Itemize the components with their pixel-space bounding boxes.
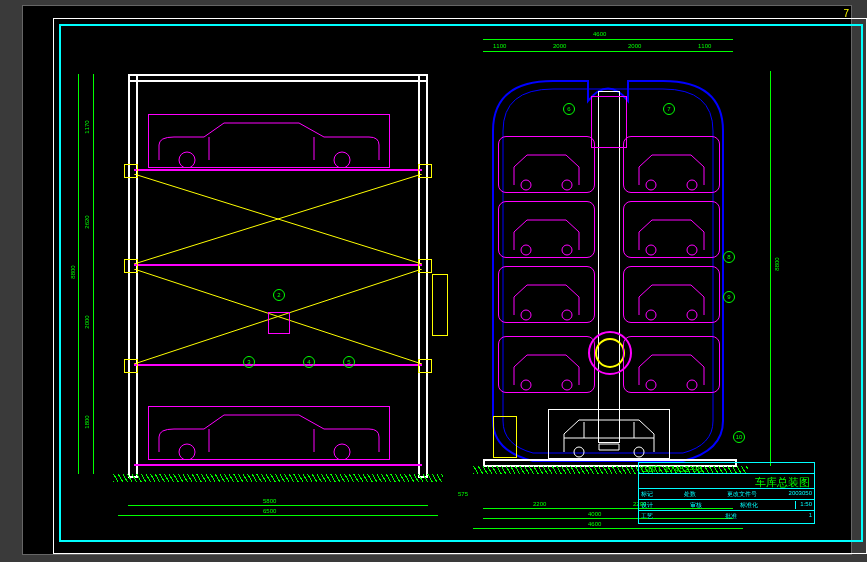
dim-t3: 2000	[628, 43, 641, 49]
dim-line-total-h	[78, 74, 79, 474]
pod-l1	[498, 336, 595, 393]
dim-h3: 2620	[84, 215, 90, 228]
center-joint	[268, 312, 290, 334]
tb-role3: 标准化	[740, 501, 758, 509]
drive-sprocket-inner	[595, 338, 625, 368]
pallet-rail-4	[134, 169, 422, 171]
dim-line-w2	[118, 515, 438, 516]
guide-roller-r4	[418, 164, 432, 178]
dim-t1: 1100	[493, 43, 506, 49]
tb-role2: 审核	[690, 501, 702, 509]
guide-roller-r3	[418, 259, 432, 273]
tb-role1: 设计	[641, 501, 653, 509]
dim-top-total: 4600	[593, 31, 606, 37]
guide-roller-r2	[418, 359, 432, 373]
pod-l2	[498, 266, 595, 323]
drive-motor	[432, 274, 448, 336]
dim-h2: 2000	[84, 315, 90, 328]
tb-role4: 工艺	[641, 512, 653, 520]
dim-t4: 1100	[698, 43, 711, 49]
pod-r4	[623, 136, 720, 193]
guide-roller-l4	[124, 164, 138, 178]
balloon-2: 2	[273, 289, 285, 301]
pod-l3	[498, 201, 595, 258]
dim-ow: 4600	[588, 521, 601, 527]
tb-hdr3: 更改文件号	[727, 490, 757, 498]
x-brace-upper	[134, 174, 422, 264]
guide-roller-l3	[124, 259, 138, 273]
tb-title: 车库总装图	[755, 475, 810, 487]
dim-slot-w: 5800	[263, 498, 276, 504]
beam-top	[128, 74, 428, 82]
pod-r3	[623, 201, 720, 258]
balloon-9: 9	[723, 291, 735, 303]
dim-line-rh	[770, 71, 771, 466]
dim-rh: 8800	[773, 257, 779, 270]
tb-role5: 批准	[725, 512, 737, 520]
corner-mark: 7	[843, 8, 849, 19]
top-sprocket-housing	[591, 96, 627, 148]
dim-total-w: 6500	[263, 508, 276, 514]
tb-hdr2: 处数	[684, 490, 696, 498]
balloon-4: 4	[303, 356, 315, 368]
dim-t2: 2000	[553, 43, 566, 49]
ground-rail	[134, 464, 422, 466]
tb-dwgno: 2003050	[789, 490, 812, 498]
pod-l4	[498, 136, 595, 193]
dim-line-top2	[483, 39, 733, 40]
cad-viewport[interactable]: 7 1170 2620 2000 1800 8800 5800 6500 2 3…	[22, 5, 852, 555]
pod-r2	[623, 266, 720, 323]
dim-line-b3	[473, 528, 743, 529]
tb-hdr: 标记	[641, 490, 653, 498]
left-elevation-view[interactable]: 1170 2620 2000 1800 8800 5800 6500 2 3 4…	[128, 74, 428, 484]
dim-line-w1	[128, 505, 428, 506]
tb-sheet: 1	[809, 512, 812, 520]
car-side-level1	[148, 406, 390, 460]
pallet-rail-2	[134, 364, 422, 366]
title-block: GB/T 17452-98 车库总装图 标记 处数 更改文件号 2003050 …	[638, 462, 815, 524]
balloon-6: 6	[563, 103, 575, 115]
tb-scale: 1:50	[795, 501, 812, 509]
pod-r1	[623, 336, 720, 393]
balloon-8: 8	[723, 251, 735, 263]
dim-b1: 2200	[533, 501, 546, 507]
dim-h1: 1800	[84, 415, 90, 428]
car-side-level4	[148, 114, 390, 168]
control-panel	[493, 416, 517, 458]
balloon-10: 10	[733, 431, 745, 443]
dim-base-w: 4000	[588, 511, 601, 517]
dim-line-top	[483, 51, 733, 52]
balloon-5: 5	[343, 356, 355, 368]
balloon-3: 3	[243, 356, 255, 368]
entry-car-front	[548, 409, 670, 459]
guide-roller-l2	[124, 359, 138, 373]
ground-hatch-left	[113, 474, 443, 482]
dim-spacing: 575	[458, 491, 468, 497]
dim-line-height	[93, 74, 94, 474]
dim-total-h: 8800	[70, 265, 76, 278]
balloon-7: 7	[663, 103, 675, 115]
right-elevation-view[interactable]: 1100 2000 2000 1100 4600 8800 2200 2200 …	[463, 61, 753, 491]
pallet-rail-3	[134, 264, 422, 266]
tb-standard: GB/T 17452-98	[641, 464, 702, 472]
dim-h4: 1170	[84, 120, 90, 133]
